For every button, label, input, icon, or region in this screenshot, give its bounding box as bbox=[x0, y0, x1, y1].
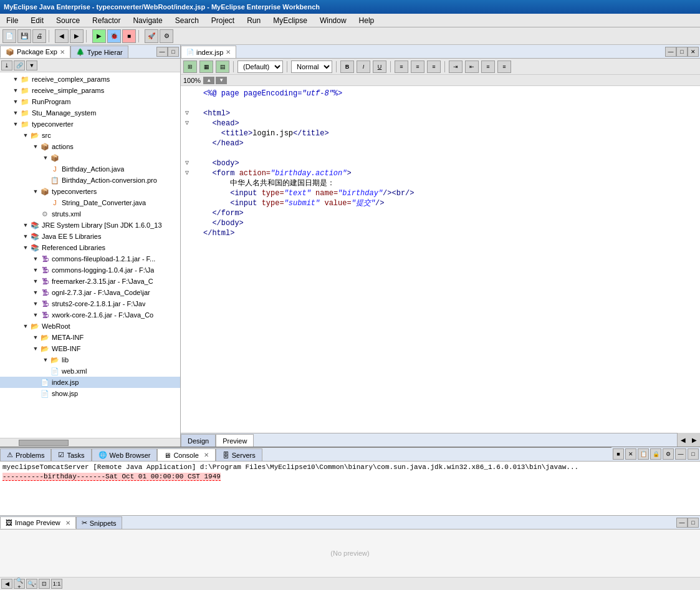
tree-item-fileupload[interactable]: ▼ 🗜 commons-fileupload-1.2.1.jar - F... bbox=[0, 253, 180, 264]
panel-maximize[interactable]: □ bbox=[168, 47, 179, 57]
tree-item-index-jsp[interactable]: 📄 index.jsp bbox=[0, 377, 180, 388]
console-clear-btn[interactable]: ✕ bbox=[625, 448, 636, 460]
tab-design[interactable]: Design bbox=[181, 434, 216, 447]
menu-refactor[interactable]: Refactor bbox=[89, 15, 124, 26]
toolbar-debug[interactable]: 🐞 bbox=[107, 29, 121, 43]
tree-item-src[interactable]: ▼ 📂 src bbox=[0, 130, 180, 141]
align-right-btn[interactable]: ≡ bbox=[427, 60, 441, 73]
tree-item-meta-inf[interactable]: ▼ 📂 META-INF bbox=[0, 332, 180, 343]
editor-minimize-btn[interactable]: — bbox=[665, 47, 676, 57]
editor-tab-close[interactable]: ✕ bbox=[226, 49, 231, 56]
list-btn[interactable]: ≡ bbox=[481, 60, 495, 73]
format-dropdown[interactable]: Normal bbox=[291, 60, 332, 73]
tab-index-jsp[interactable]: 📄 index.jsp ✕ bbox=[181, 46, 236, 58]
tab-problems[interactable]: ⚠ Problems bbox=[0, 448, 51, 461]
toolbar-stop[interactable]: ■ bbox=[122, 29, 136, 43]
image-maximize-btn[interactable]: □ bbox=[688, 518, 699, 528]
tab-preview[interactable]: Preview bbox=[216, 434, 254, 447]
menu-search[interactable]: Search bbox=[171, 15, 203, 26]
tree-item-struts2[interactable]: ▼ 🗜 struts2-core-2.1.8.1.jar - F:\Jav bbox=[0, 298, 180, 309]
console-minimize-btn[interactable]: — bbox=[675, 448, 686, 460]
bold-btn[interactable]: B bbox=[340, 60, 354, 73]
tree-item-receive-complex[interactable]: ▼ 📁 receive_complex_params bbox=[0, 74, 180, 85]
collapse-all-btn[interactable]: ⤓ bbox=[1, 60, 12, 70]
olist-btn[interactable]: ≡ bbox=[497, 60, 511, 73]
editor-maximize-btn[interactable]: □ bbox=[676, 47, 688, 57]
tree-item-ognl[interactable]: ▼ 🗜 ognl-2.7.3.jar - F:\Java_Code\jar bbox=[0, 287, 180, 298]
style-dropdown[interactable]: (Default) bbox=[237, 60, 283, 73]
menu-source[interactable]: Source bbox=[52, 15, 84, 26]
menu-myeclipse[interactable]: MyEclipse bbox=[269, 15, 311, 26]
scroll-right-btn[interactable]: ▶ bbox=[689, 433, 700, 447]
tab-package-close[interactable]: ✕ bbox=[60, 49, 65, 56]
tree-item-actions-sub[interactable]: ▼ 📦 bbox=[0, 152, 180, 163]
toolbar-forward[interactable]: ▶ bbox=[70, 29, 84, 43]
console-maximize-btn[interactable]: □ bbox=[688, 448, 699, 460]
console-settings-btn[interactable]: ⚙ bbox=[663, 448, 674, 460]
image-minimize-btn[interactable]: — bbox=[676, 518, 688, 528]
align-center-btn[interactable]: ≡ bbox=[411, 60, 424, 73]
tree-item-actions[interactable]: ▼ 📦 actions bbox=[0, 141, 180, 152]
scroll-left-btn[interactable]: ◀ bbox=[678, 433, 689, 447]
zoom-scroll-down-btn[interactable]: ▼ bbox=[216, 77, 227, 84]
menu-window[interactable]: Window bbox=[316, 15, 350, 26]
img-zoom-in-btn[interactable]: 🔍+ bbox=[14, 579, 25, 589]
toolbar-save[interactable]: 💾 bbox=[17, 29, 31, 43]
toolbar-new[interactable]: 📄 bbox=[2, 29, 16, 43]
italic-btn[interactable]: I bbox=[357, 60, 370, 73]
menu-file[interactable]: File bbox=[2, 15, 22, 26]
panel-minimize[interactable]: — bbox=[156, 47, 168, 57]
tree-item-webroot[interactable]: ▼ 📂 WebRoot bbox=[0, 321, 180, 332]
tree-item-typeconverter[interactable]: ▼ 📁 typeconverter bbox=[0, 118, 180, 130]
tab-image-preview[interactable]: 🖼 Image Preview ✕ bbox=[0, 516, 76, 529]
zoom-scroll-btn[interactable]: ▲ bbox=[203, 77, 214, 84]
tab-web-browser[interactable]: 🌐 Web Browser bbox=[92, 448, 158, 461]
toolbar-back[interactable]: ◀ bbox=[55, 29, 69, 43]
toolbar-deploy[interactable]: 🚀 bbox=[145, 29, 158, 43]
editor-close-btn2[interactable]: ✕ bbox=[688, 47, 699, 57]
tree-item-javaee[interactable]: ▼ 📚 Java EE 5 Libraries bbox=[0, 231, 180, 242]
menu-help[interactable]: Help bbox=[355, 15, 378, 26]
tree-item-struts-xml[interactable]: ⚙ struts.xml bbox=[0, 208, 180, 220]
tab-type-hierarchy[interactable]: 🌲 Type Hierar bbox=[70, 46, 128, 58]
img-100-btn[interactable]: 1:1 bbox=[51, 579, 62, 589]
console-copy-btn[interactable]: 📋 bbox=[638, 448, 649, 460]
console-close[interactable]: ✕ bbox=[204, 452, 209, 458]
tab-console[interactable]: 🖥 Console ✕ bbox=[157, 448, 215, 461]
console-stop-btn[interactable]: ■ bbox=[613, 448, 624, 460]
tree-item-web-xml[interactable]: 📄 web.xml bbox=[0, 365, 180, 377]
tree-item-jre[interactable]: ▼ 📚 JRE System Library [Sun JDK 1.6.0_13 bbox=[0, 220, 180, 231]
left-panel-hscroll[interactable] bbox=[0, 438, 180, 447]
indent-btn[interactable]: ⇥ bbox=[449, 60, 463, 73]
outdent-btn[interactable]: ⇤ bbox=[465, 60, 479, 73]
link-editor-btn[interactable]: 🔗 bbox=[14, 60, 25, 70]
tree-item-xwork[interactable]: ▼ 🗜 xwork-core-2.1.6.jar - F:\Java_Co bbox=[0, 309, 180, 321]
toolbar-run[interactable]: ▶ bbox=[92, 29, 106, 43]
tab-snippets[interactable]: ✂ Snippets bbox=[76, 516, 122, 529]
image-preview-close[interactable]: ✕ bbox=[65, 520, 70, 526]
hscroll-thumb[interactable] bbox=[19, 440, 69, 446]
tree-item-runprogram[interactable]: ▼ 📁 RunProgram bbox=[0, 96, 180, 107]
preview-btn[interactable]: ▦ bbox=[199, 60, 213, 73]
toolbar-server[interactable]: ⚙ bbox=[160, 29, 173, 43]
tree-item-referenced[interactable]: ▼ 📚 Referenced Libraries bbox=[0, 242, 180, 253]
toolbar-print[interactable]: 🖨 bbox=[32, 29, 46, 43]
tree-item-show-jsp[interactable]: 📄 show.jsp bbox=[0, 388, 180, 399]
tree-item-typeconverters[interactable]: ▼ 📦 typeconverters bbox=[0, 186, 180, 197]
align-left-btn[interactable]: ≡ bbox=[395, 60, 408, 73]
underline-btn[interactable]: U bbox=[373, 60, 386, 73]
tree-item-web-inf[interactable]: ▼ 📂 WEB-INF bbox=[0, 343, 180, 354]
menu-edit[interactable]: Edit bbox=[27, 15, 47, 26]
img-back-btn[interactable]: ◀ bbox=[1, 579, 12, 589]
tree-item-freemarker[interactable]: ▼ 🗜 freemarker-2.3.15.jar - F:\Java_C bbox=[0, 276, 180, 287]
img-fit-btn[interactable]: ⊡ bbox=[39, 579, 50, 589]
tree-item-birthday-action[interactable]: J Birthday_Action.java bbox=[0, 163, 180, 175]
tree-item-stu-manage[interactable]: ▼ 📁 Stu_Manage_system bbox=[0, 107, 180, 118]
tree-item-receive-simple[interactable]: ▼ 📁 receive_simple_params bbox=[0, 85, 180, 96]
menu-navigate[interactable]: Navigate bbox=[129, 15, 166, 26]
tree-item-logging[interactable]: ▼ 🗜 commons-logging-1.0.4.jar - F:\Ja bbox=[0, 264, 180, 276]
img-zoom-out-btn[interactable]: 🔍- bbox=[26, 579, 37, 589]
console-scroll-lock-btn[interactable]: 🔒 bbox=[650, 448, 661, 460]
view-menu-btn[interactable]: ▼ bbox=[26, 60, 37, 70]
design-mode-btn[interactable]: ⊞ bbox=[183, 60, 197, 73]
